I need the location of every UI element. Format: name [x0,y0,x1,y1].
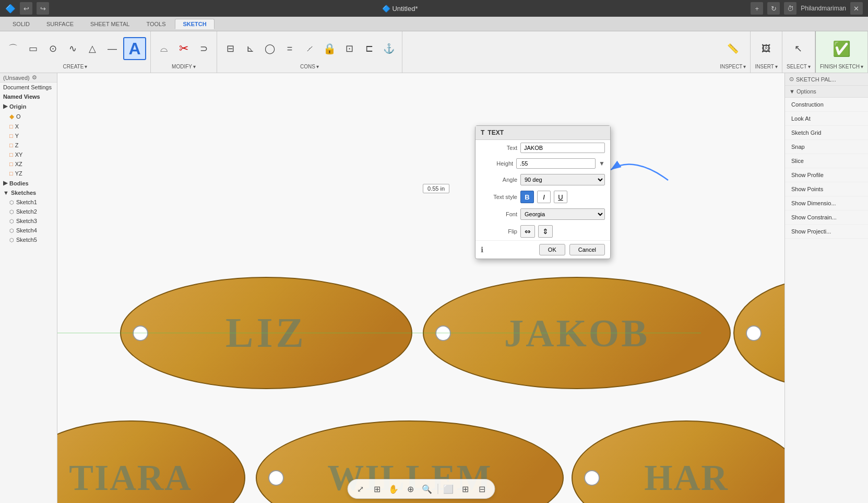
title-bar-right: + ↻ ⏱ Philandmariman ✕ [751,2,863,15]
tab-solid[interactable]: SOLID [5,19,37,29]
named-views[interactable]: Named Views [0,92,57,101]
tree-item-origin[interactable]: ▶ Origin [0,101,57,111]
constraint-equal[interactable]: = [281,40,299,57]
tree-item-z[interactable]: □ Z [0,141,57,150]
arc-tool[interactable]: ⌒ [4,40,22,57]
refresh-button[interactable]: ↻ [767,2,780,15]
document-settings[interactable]: Document Settings [0,83,57,92]
constraint-circle[interactable]: ◯ [261,40,279,57]
menu-item-show-profile[interactable]: Show Profile [785,168,868,182]
menu-item-sketch-grid[interactable]: Sketch Grid [785,126,868,140]
insert-icons: 🖼 [757,33,775,64]
select-arrow[interactable]: ↖ [790,40,807,57]
constraint-anchor[interactable]: ⚓ [380,40,398,57]
add-button[interactable]: + [751,2,763,15]
right-panel: ⊙ SKETCH PAL... ▼ Options Construction L… [784,73,868,503]
menu-item-show-constraints[interactable]: Show Constrain... [785,210,868,225]
spline-tool[interactable]: ∿ [64,40,81,57]
grid-button[interactable]: ⊞ [458,482,472,496]
rect-tool[interactable]: ▭ [24,40,42,57]
xz-plane-icon: □ [9,161,13,167]
cancel-button[interactable]: Cancel [569,244,605,255]
tree-item-y[interactable]: □ Y [0,131,57,141]
tree-item-sketch5[interactable]: ⬡ Sketch5 [0,235,57,244]
italic-button[interactable]: I [537,191,551,203]
cons-label[interactable]: CONS ▾ [300,64,319,71]
pan-button[interactable]: ✋ [386,482,401,496]
flip-v-button[interactable]: ⇕ [538,225,553,238]
inspect-label[interactable]: INSPECT ▾ [720,64,746,71]
constraint-horiz[interactable]: ⊟ [221,40,239,57]
constraint-diag[interactable]: ⟋ [301,40,318,57]
text-input[interactable] [520,143,605,153]
menu-item-snap[interactable]: Snap [785,140,868,154]
bold-button[interactable]: B [520,191,534,203]
tab-sheet-metal[interactable]: SHEET METAL [83,19,137,29]
menu-item-show-dimensions[interactable]: Show Dimensio... [785,196,868,210]
tree-item-o[interactable]: ◆ O [0,111,57,122]
insert-image[interactable]: 🖼 [757,40,775,57]
undo-button[interactable]: ↩ [20,2,32,15]
tree-item-sketch2[interactable]: ⬡ Sketch2 [0,207,57,216]
tree-item-xy[interactable]: □ XY [0,150,57,159]
tree-item-yz[interactable]: □ YZ [0,169,57,178]
canvas[interactable]: 0.55 in LIZ JAKOB TIARA WILLEM HAR [57,73,784,503]
modify-label[interactable]: MODIFY ▾ [172,64,196,71]
constraint-lock[interactable]: 🔒 [320,40,338,57]
constraint-sym[interactable]: ⊏ [360,40,378,57]
menu-item-show-projections[interactable]: Show Projecti... [785,225,868,239]
dimension-label: 0.55 in [423,184,449,193]
text-tool[interactable]: A [123,37,146,60]
tab-tools[interactable]: TOOLS [139,19,173,29]
height-dropdown-icon[interactable]: ▼ [599,160,605,167]
tab-sketch[interactable]: SKETCH [175,19,214,29]
ok-button[interactable]: OK [539,244,565,255]
insert-label[interactable]: INSERT ▾ [755,64,778,71]
circle-tool[interactable]: ⊙ [44,40,62,57]
zoom-button[interactable]: 🔍 [420,482,434,496]
tab-surface[interactable]: SURFACE [39,19,81,29]
tree-item-sketch4[interactable]: ⬡ Sketch4 [0,226,57,235]
menu-item-construction[interactable]: Construction [785,98,868,112]
menu-item-slice[interactable]: Slice [785,154,868,168]
fit-view-button[interactable]: ⤢ [353,482,367,496]
hole-right [746,325,762,341]
select-label[interactable]: SELECT ▾ [787,64,811,71]
redo-button[interactable]: ↪ [37,2,49,15]
finish-sketch-label[interactable]: FINISH SKETCH ▾ [820,64,863,71]
tree-item-sketch1[interactable]: ⬡ Sketch1 [0,197,57,207]
tree-item-bodies[interactable]: ▶ Bodies [0,178,57,188]
view-mode-button[interactable]: ⬜ [441,482,456,496]
menu-item-look-at[interactable]: Look At [785,112,868,126]
oval-har: HAR [572,420,784,503]
triangle-tool[interactable]: △ [84,40,101,57]
height-input[interactable] [516,158,596,169]
tree-item-sketches[interactable]: ▼ Sketches [0,188,57,197]
clock-button[interactable]: ⏱ [784,2,796,15]
font-label: Font [481,211,517,217]
angle-select[interactable]: 90 deg [520,174,605,185]
flip-h-button[interactable]: ⇔ [520,225,535,238]
zoom-region-button[interactable]: ⊕ [403,482,418,496]
line-tool[interactable]: — [103,40,121,57]
trim-tool[interactable]: ✂ [175,40,193,57]
settings-icon[interactable]: ⚙ [32,74,37,81]
options-header[interactable]: ▼ Options [785,86,868,98]
layout-button[interactable]: ⊟ [474,482,489,496]
sketch-palette-header: ⊙ SKETCH PAL... [785,73,868,86]
constraint-perp[interactable]: ⊾ [241,40,259,57]
duplicate-button[interactable]: ⊞ [370,482,384,496]
underline-button[interactable]: U [554,191,567,203]
tree-item-sketch3[interactable]: ⬡ Sketch3 [0,216,57,226]
offset-tool[interactable]: ⊃ [195,40,212,57]
close-button[interactable]: ✕ [850,2,863,15]
menu-item-show-points[interactable]: Show Points [785,182,868,196]
inspect-ruler[interactable]: 📏 [724,40,742,57]
fillet-tool[interactable]: ⌓ [155,40,173,57]
finish-sketch-check[interactable]: ✅ [828,36,854,62]
create-label[interactable]: CREATE ▾ [63,64,88,71]
font-select[interactable]: Georgia [520,208,605,220]
tree-item-xz[interactable]: □ XZ [0,159,57,169]
tree-item-x[interactable]: □ X [0,122,57,131]
constraint-box[interactable]: ⊡ [340,40,358,57]
